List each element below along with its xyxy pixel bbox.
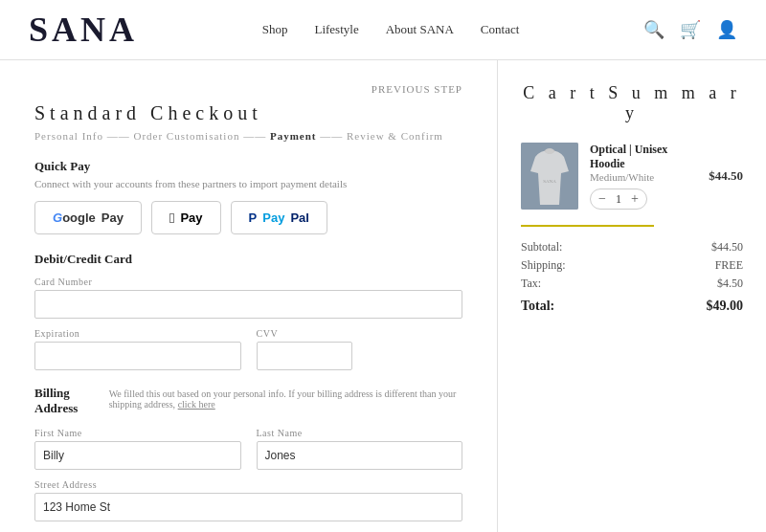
gpay-button[interactable]: Google Pay [34,201,142,234]
last-name-input[interactable] [257,441,463,470]
street-label: Street Address [34,479,462,490]
expiration-label: Expiration [34,328,241,339]
quick-pay-buttons: Google Pay  Pay PPayPal [34,201,462,234]
cart-item-image: SANA [521,143,578,210]
last-name-label: Last Name [257,428,463,438]
svg-point-1 [545,148,554,154]
subtotal-label: Subtotal: [521,240,562,255]
subtotal-line: Subtotal: $44.50 [521,240,743,255]
cvv-group: CVV [257,328,463,370]
paypal-button[interactable]: PPayPal [231,201,327,234]
street-group: Street Address [34,479,462,521]
nav-about[interactable]: About SANA [386,22,454,37]
header: SANA Shop Lifestyle About SANA Contact 🔍… [0,0,766,60]
tax-line: Tax: $4.50 [521,277,743,291]
debit-credit-title: Debit/Credit Card [34,252,462,267]
gpay-logo: Google [53,211,96,225]
billing-title: Billing Address [34,386,98,416]
hoodie-image-svg: SANA [521,143,578,210]
quantity-decrease[interactable]: − [598,191,606,207]
shipping-value: FREE [715,258,743,273]
subtotal-value: $44.50 [711,240,743,255]
debit-credit-section: Debit/Credit Card Card Number Expiration… [34,252,462,370]
user-icon[interactable]: 👤 [716,19,737,40]
checkout-title: Standard Checkout [34,102,462,124]
tax-label: Tax: [521,277,541,291]
card-number-label: Card Number [34,277,462,287]
first-name-group: First Name [34,428,241,470]
cart-item-variant: Medium/White [590,171,697,183]
checkout-steps: Personal Info —— Order Customisation —— … [34,130,462,142]
svg-text:SANA: SANA [543,179,556,184]
cart-item-name: Optical | Unisex Hoodie [590,143,697,171]
nav-lifestyle[interactable]: Lifestyle [314,22,358,37]
quantity-increase[interactable]: + [631,191,639,207]
cart-item: SANA Optical | Unisex Hoodie Medium/Whit… [521,143,743,210]
cart-icon[interactable]: 🛒 [680,19,701,40]
quick-pay-subtitle: Connect with your accounts from these pa… [34,178,462,189]
nav-contact[interactable]: Contact [481,22,519,37]
active-step: Payment [270,130,317,142]
expiration-input[interactable] [34,342,241,370]
shipping-label: Shipping: [521,258,566,273]
total-label: Total: [521,299,554,314]
first-name-input[interactable] [34,441,241,470]
cart-panel: C a r t S u m m a r y SANA Optical | Uni… [498,60,766,532]
street-input[interactable] [34,493,462,521]
billing-note: We filled this out based on your persona… [109,388,462,410]
billing-click-here[interactable]: click here [178,399,215,410]
nav-shop[interactable]: Shop [262,22,288,37]
main-nav: Shop Lifestyle About SANA Contact [262,22,520,37]
billing-section: Billing Address We filled this out based… [34,386,462,532]
paypal-logo: P [249,211,258,225]
search-icon[interactable]: 🔍 [643,19,665,40]
apple-pay-button[interactable]:  Pay [151,201,221,234]
main-content: PREVIOUS STEP Standard Checkout Personal… [0,60,766,532]
total-value: $49.00 [707,299,744,314]
first-name-label: First Name [34,428,241,438]
site-logo[interactable]: SANA [29,10,138,50]
quick-pay-title: Quick Pay [34,159,462,174]
cvv-input[interactable] [257,342,352,370]
expiration-group: Expiration [34,328,241,370]
cart-item-price: $44.50 [709,168,743,184]
previous-step-link[interactable]: PREVIOUS STEP [34,83,462,95]
shipping-line: Shipping: FREE [521,258,743,273]
apple-icon:  [169,210,174,226]
tax-value: $4.50 [717,277,743,291]
card-number-input[interactable] [34,290,462,319]
cart-title: C a r t S u m m a r y [521,83,743,123]
header-icons: 🔍 🛒 👤 [643,19,737,40]
cart-divider [521,225,743,227]
checkout-panel: PREVIOUS STEP Standard Checkout Personal… [0,60,498,532]
quantity-control: − 1 + [590,188,647,210]
cart-item-info: Optical | Unisex Hoodie Medium/White − 1… [590,143,697,210]
cvv-label: CVV [257,328,463,339]
last-name-group: Last Name [257,428,463,470]
total-line: Total: $49.00 [521,299,743,314]
quantity-value: 1 [616,192,621,207]
